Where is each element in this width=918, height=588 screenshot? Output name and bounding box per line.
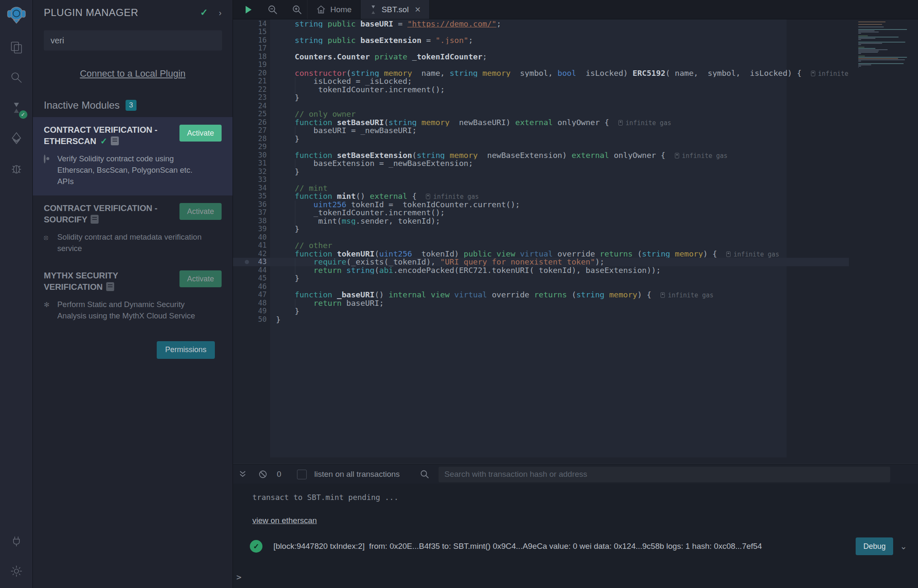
gas-pump-icon xyxy=(675,153,679,158)
gas-pump-icon xyxy=(726,251,731,257)
code-line-32[interactable]: 32 } xyxy=(233,168,849,176)
terminal-prompt[interactable]: > xyxy=(236,572,241,582)
code-line-34[interactable]: 34 // mint xyxy=(233,184,849,192)
verified-check-icon: ✓ xyxy=(100,136,107,146)
code-line-20[interactable]: 20 constructor(string memory _name, stri… xyxy=(233,69,849,78)
line-number: 33 xyxy=(233,176,270,184)
pending-transaction-log: transact to SBT.mint pending ... xyxy=(252,493,918,502)
line-number: 14 xyxy=(233,20,270,28)
panel-header: PLUGIN MANAGER ✓ › xyxy=(33,0,233,23)
code-line-37[interactable]: 37 _tokenIdCounter.increment(); xyxy=(233,208,849,217)
editor-tabbar: Home SBT.sol ✕ xyxy=(233,0,918,19)
code-line-27[interactable]: 27 baseURI = _newBaseURI; xyxy=(233,126,849,135)
plugin-title: CONTRACT VERIFICATION - ETHERSCAN ✓ xyxy=(44,125,179,147)
plugin-card-sourcify[interactable]: CONTRACT VERIFICATION - SOURCIFY Activat… xyxy=(33,195,233,263)
code-line-50[interactable]: 50} xyxy=(233,315,849,324)
plugin-search-input[interactable] xyxy=(44,30,222,51)
solidity-compiler-icon[interactable]: ✓ xyxy=(7,99,26,117)
docs-book-icon[interactable] xyxy=(106,282,114,291)
clear-console-icon[interactable] xyxy=(257,468,269,481)
docs-book-icon[interactable] xyxy=(91,215,99,224)
code-line-30[interactable]: 30 function setBaseExtension(string memo… xyxy=(233,151,849,160)
line-number: 15 xyxy=(233,28,270,36)
plugin-title: CONTRACT VERIFICATION - SOURCIFY xyxy=(44,203,179,225)
transaction-result-row[interactable]: ✓ [block:9447820 txIndex:2] from: 0x20E.… xyxy=(250,535,918,557)
code-line-25[interactable]: 25 // only owner xyxy=(233,110,849,118)
code-line-42[interactable]: 42 function tokenURI(uint256 _tokenId) p… xyxy=(233,250,849,258)
connect-local-plugin-link[interactable]: Connect to a Local Plugin xyxy=(33,68,233,79)
code-line-31[interactable]: 31 baseExtension = _newBaseExtension; xyxy=(233,159,849,168)
code-line-41[interactable]: 41 // other xyxy=(233,241,849,250)
debug-button[interactable]: Debug xyxy=(856,537,893,555)
code-line-33[interactable]: 33 xyxy=(233,176,849,184)
code-editor[interactable]: 1314 string public baseURI = "https://de… xyxy=(233,19,918,463)
code-line-40[interactable]: 40 xyxy=(233,233,849,242)
main-area: Home SBT.sol ✕ 1314 string public baseUR… xyxy=(233,0,918,588)
code-line-49[interactable]: 49 } xyxy=(233,307,849,315)
expand-terminal-icon[interactable] xyxy=(236,468,249,481)
code-line-38[interactable]: 38 _mint(msg.sender, tokenId); xyxy=(233,217,849,225)
search-icon[interactable] xyxy=(7,68,26,87)
minimap[interactable] xyxy=(858,20,912,68)
deploy-run-icon[interactable] xyxy=(7,129,26,147)
code-line-29[interactable]: 29 xyxy=(233,143,849,151)
line-number: 19 xyxy=(233,61,270,69)
tab-home[interactable]: Home xyxy=(308,0,361,19)
debugger-icon[interactable] xyxy=(7,159,26,178)
code-line-46[interactable]: 46 xyxy=(233,283,849,291)
code-line-14[interactable]: 14 string public baseURI = "https://demo… xyxy=(233,20,849,28)
line-number: 43 xyxy=(233,258,270,266)
run-script-icon[interactable] xyxy=(242,4,254,16)
plugin-title: MYTHX SECURITY VERIFICATION xyxy=(44,270,179,292)
gas-estimate-annotation: infinite gas xyxy=(726,251,779,258)
line-number: 29 xyxy=(233,143,270,151)
line-number: 38 xyxy=(233,217,270,225)
code-line-48[interactable]: 48 return baseURI; xyxy=(233,299,849,307)
tx-success-icon: ✓ xyxy=(250,540,262,553)
code-line-21[interactable]: 21 isLocked = _isLocked; xyxy=(233,77,849,86)
code-line-24[interactable]: 24 xyxy=(233,102,849,110)
code-line-22[interactable]: 22 _tokenIdCounter.increment(); xyxy=(233,86,849,94)
code-line-15[interactable]: 15 xyxy=(233,28,849,36)
code-line-43[interactable]: 43 require(_exists(_tokenId), "URI query… xyxy=(233,258,849,266)
settings-icon[interactable] xyxy=(7,562,26,580)
code-line-39[interactable]: 39 } xyxy=(233,225,849,233)
permissions-button[interactable]: Permissions xyxy=(157,341,215,359)
line-number: 18 xyxy=(233,53,270,61)
view-on-etherscan-link[interactable]: view on etherscan xyxy=(252,516,317,525)
code-line-36[interactable]: 36 uint256 tokenId = _tokenIdCounter.cur… xyxy=(233,200,849,209)
code-line-17[interactable]: 17 xyxy=(233,44,849,53)
code-line-35[interactable]: 35 function mint() external {infinite ga… xyxy=(233,192,849,200)
code-line-16[interactable]: 16 string public baseExtension = ".json"… xyxy=(233,36,849,45)
activate-button[interactable]: Activate xyxy=(179,125,222,142)
gas-pump-icon xyxy=(811,71,815,76)
activate-button[interactable]: Activate xyxy=(179,203,222,220)
close-icon[interactable]: ✕ xyxy=(415,5,421,14)
code-line-45[interactable]: 45 } xyxy=(233,274,849,283)
tab-label: SBT.sol xyxy=(382,5,409,14)
tx-expand-chevron-icon[interactable]: ⌄ xyxy=(900,541,907,551)
code-line-19[interactable]: 19 xyxy=(233,61,849,69)
line-number: 35 xyxy=(233,192,270,200)
code-line-18[interactable]: 18 Counters.Counter private _tokenIdCoun… xyxy=(233,53,849,61)
plugin-card-mythx[interactable]: MYTHX SECURITY VERIFICATION Activate ✻ P… xyxy=(33,263,233,330)
plugin-manager-icon[interactable] xyxy=(7,532,26,550)
plugin-card-etherscan[interactable]: CONTRACT VERIFICATION - ETHERSCAN ✓ Acti… xyxy=(33,117,233,195)
code-line-23[interactable]: 23 } xyxy=(233,94,849,102)
zoom-in-icon[interactable] xyxy=(291,4,303,16)
listen-all-transactions-checkbox[interactable] xyxy=(297,470,307,479)
activate-button[interactable]: Activate xyxy=(179,270,222,287)
solidity-file-icon xyxy=(369,5,377,14)
code-line-47[interactable]: 47 function _baseURI() internal view vir… xyxy=(233,291,849,299)
code-line-44[interactable]: 44 return string(abi.encodePacked(ERC721… xyxy=(233,266,849,275)
line-number: 40 xyxy=(233,233,270,242)
docs-book-icon[interactable] xyxy=(111,136,119,145)
code-line-28[interactable]: 28 } xyxy=(233,135,849,143)
tab-sbt-sol[interactable]: SBT.sol ✕ xyxy=(361,0,430,19)
code-line-26[interactable]: 26 function setBaseURI(string memory _ne… xyxy=(233,118,849,127)
file-explorer-icon[interactable] xyxy=(7,38,26,56)
panel-collapse-icon[interactable]: › xyxy=(219,8,222,18)
transaction-search-input[interactable] xyxy=(439,467,890,482)
zoom-out-icon[interactable] xyxy=(267,4,278,16)
line-number: 28 xyxy=(233,135,270,143)
